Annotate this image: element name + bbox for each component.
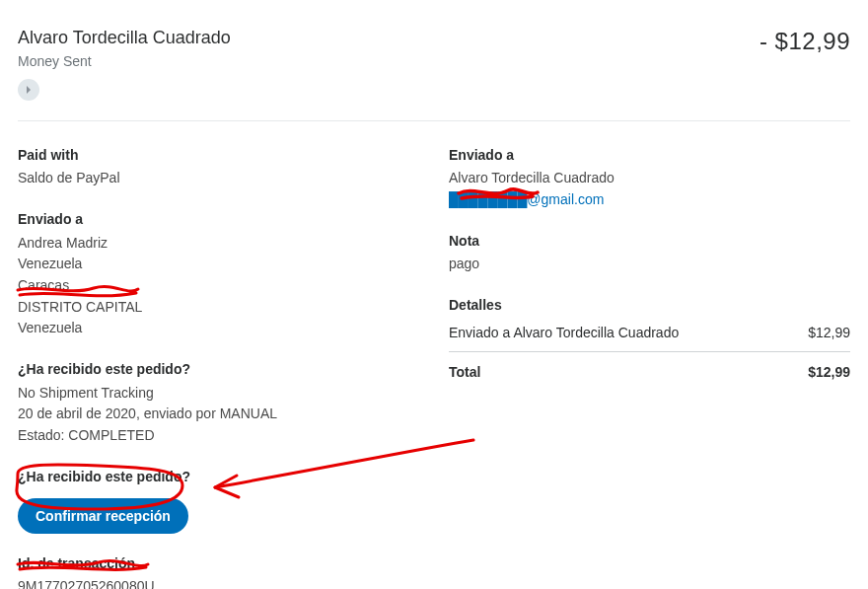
email-suffix: @gmail.com [527,191,604,207]
paid-with-value: Saldo de PayPal [18,168,419,189]
sent-to-heading: Enviado a [449,145,850,167]
address-line: Venezuela [18,318,419,339]
received-heading-2: ¿Ha recibido este pedido? [18,467,419,488]
right-column: Enviado a Alvaro Tordecilla Cuadrado ███… [449,145,850,589]
tracking-line: No Shipment Tracking [18,383,419,405]
note-value: pago [449,254,850,275]
left-column: Paid with Saldo de PayPal Enviado a Andr… [18,145,419,589]
transaction-header: Alvaro Tordecilla Cuadrado Money Sent - … [18,28,850,101]
tracking-line: 20 de abril de 2020, enviado por MANUAL [18,404,419,425]
details-heading: Detalles [449,295,850,317]
recipient-name: Alvaro Tordecilla Cuadrado [18,28,231,49]
transaction-type: Money Sent [18,53,231,69]
total-amount: $12,99 [808,362,850,384]
paid-with-heading: Paid with [18,145,419,167]
confirm-receipt-button[interactable]: Confirmar recepción [18,498,188,534]
address-line-redacted: DISTRITO CAPITAL [18,297,419,319]
transaction-amount: - $12,99 [760,28,850,55]
divider [18,120,850,121]
email-redacted-part: ████████ [449,191,527,207]
address-line: Venezuela [18,254,419,275]
ship-to-heading: Enviado a [18,209,419,231]
tracking-line: Estado: COMPLETED [18,425,419,447]
expand-icon[interactable] [18,79,39,101]
transaction-id-value: 9M17702705260080U [18,576,419,589]
transaction-id-heading: Id. de transacción [18,553,419,575]
total-row: Total $12,99 [449,352,850,384]
address-line: Andrea Madriz [18,233,419,255]
received-heading: ¿Ha recibido este pedido? [18,359,419,381]
details-row: Enviado a Alvaro Tordecilla Cuadrado $12… [449,319,850,353]
sent-to-name: Alvaro Tordecilla Cuadrado [449,168,850,189]
total-label: Total [449,362,480,384]
sent-to-email[interactable]: ████████@gmail.com [449,189,850,211]
note-heading: Nota [449,231,850,253]
address-line: Caracas [18,275,419,297]
details-desc: Enviado a Alvaro Tordecilla Cuadrado [449,323,679,344]
details-amount: $12,99 [808,323,850,344]
